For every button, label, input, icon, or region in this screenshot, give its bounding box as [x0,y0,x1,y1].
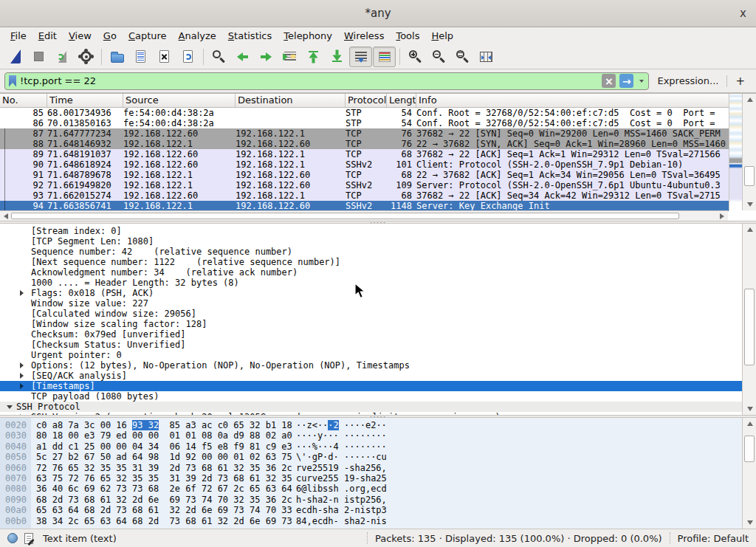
go-first-packet-button[interactable] [302,47,325,67]
display-filter-box[interactable]: × → [4,72,649,90]
packet-list-vscrollbar[interactable] [742,94,756,210]
column-header-time[interactable]: Time [47,94,123,107]
hex-row[interactable]: 00505c 27 b2 67 50 ad 64 98 1d 92 00 00 … [0,452,756,462]
scroll-left-arrow[interactable] [1,211,11,221]
intelligent-scrollbar-minimap[interactable] [729,94,742,210]
detail-line[interactable]: Checksum: 0x79ed [unverified] [0,329,742,340]
detail-line[interactable]: [Timestamps] [0,381,742,391]
hex-row[interactable]: 006072 76 65 32 35 35 31 39 2d 73 68 61 … [0,463,756,473]
scroll-thumb[interactable] [744,289,755,365]
scroll-down-arrow[interactable] [743,404,756,414]
detail-line[interactable]: SSH Protocol [0,402,742,412]
hex-row[interactable]: 00a065 63 64 68 2d 73 68 61 32 2d 6e 69 … [0,505,756,515]
go-last-packet-button[interactable] [326,47,348,67]
hex-row[interactable]: 009068 2d 73 68 61 32 2d 6e 69 73 74 70 … [0,495,756,505]
add-filter-button[interactable]: + [730,75,752,88]
profile-label[interactable]: Profile: Default [678,533,749,544]
hex-bytes[interactable]: a1 dd c1 25 00 00 04 34 06 14 f5 e8 f9 8… [31,441,296,452]
hex-bytes[interactable]: 63 75 72 76 65 32 35 35 31 39 2d 73 68 6… [31,473,296,484]
menu-wireless[interactable]: Wireless [338,30,390,42]
hex-row[interactable]: 003080 18 00 e3 79 ed 00 00 01 01 08 0a … [0,430,756,441]
hex-row[interactable]: 007063 75 72 76 65 32 35 35 31 39 2d 73 … [0,473,756,484]
open-file-button[interactable] [106,47,128,67]
menu-statistics[interactable]: Statistics [222,30,278,42]
detail-line[interactable]: [SEQ/ACK analysis] [0,371,742,381]
detail-line[interactable]: Flags: 0x018 (PSH, ACK) [0,288,742,298]
hex-vscrollbar[interactable] [742,418,756,529]
detail-line[interactable]: [Calculated window size: 29056] [0,309,742,319]
display-filter-input[interactable] [20,75,598,86]
hex-ascii[interactable]: curve255 19-sha25 [296,473,387,484]
resize-columns-button[interactable] [475,47,498,67]
hex-ascii[interactable]: ecdh-sha 2-nistp3 [296,505,387,515]
zoom-reset-button[interactable] [451,47,474,67]
detail-line[interactable]: [Checksum Status: Unverified] [0,340,742,350]
zoom-in-button[interactable] [404,47,427,67]
expert-info-icon[interactable] [7,533,18,543]
column-header-source[interactable]: Source [123,94,236,107]
hex-bytes[interactable]: 5c 27 b2 67 50 ad 64 98 1d 92 00 00 01 0… [31,452,296,462]
scroll-right-arrow[interactable] [717,211,727,221]
scroll-thumb[interactable] [744,436,755,462]
packet-row[interactable]: 9371.662015274192.168.122.60192.168.122.… [0,190,729,201]
column-header-destination[interactable]: Destination [236,94,346,107]
auto-scroll-toggle[interactable] [349,47,372,67]
menu-telephony[interactable]: Telephony [278,30,338,42]
find-packet-button[interactable] [207,47,230,67]
detail-line[interactable]: Urgent pointer: 0 [0,350,742,360]
hex-ascii[interactable]: ····y··· ········ [296,430,387,441]
detail-line[interactable]: Sequence number: 42 (relative sequence n… [0,247,742,257]
scroll-down-arrow[interactable] [743,199,756,210]
menu-go[interactable]: Go [97,30,123,42]
detail-line[interactable]: [Stream index: 0] [0,226,742,236]
expander-open-icon[interactable] [7,405,13,409]
detail-line[interactable]: Window size value: 227 [0,298,742,309]
scroll-thumb[interactable] [744,166,755,186]
hex-bytes[interactable]: c0 a8 7a 3c 00 16 93 32 85 a3 ac c0 65 3… [31,420,296,430]
detail-line[interactable]: [Window size scaling factor: 128] [0,319,742,329]
close-button[interactable]: x [740,0,746,27]
column-header-protocol[interactable]: Protocol [346,94,387,107]
packet-row[interactable]: 9271.661949820192.168.122.1192.168.122.6… [0,180,729,190]
hex-bytes[interactable]: 68 2d 73 68 61 32 2d 6e 69 73 74 70 32 3… [31,495,296,505]
zoom-out-button[interactable] [427,47,450,67]
capture-options-button[interactable] [75,47,97,67]
scroll-up-arrow[interactable] [743,94,756,105]
hex-ascii[interactable]: 6@libssh .org,ecd [296,484,387,494]
expander-closed-icon[interactable] [20,373,24,379]
capture-comment-icon[interactable] [24,533,33,544]
packet-row[interactable]: 9471.663856741192.168.122.1192.168.122.6… [0,201,729,211]
hex-ascii[interactable]: ··z<···2 ····e2·· [296,420,387,430]
ascii-selected-bytes[interactable]: ·2 [328,420,338,430]
scroll-thumb[interactable] [11,213,679,219]
hex-bytes[interactable]: 80 18 00 e3 79 ed 00 00 01 01 08 0a d9 8… [31,430,296,441]
scroll-up-arrow[interactable] [743,419,756,429]
detail-line[interactable]: [Next sequence number: 1122 (relative se… [0,257,742,267]
restart-capture-button[interactable] [51,47,74,67]
column-header-info[interactable]: Info [416,94,729,107]
detail-line[interactable]: 1000 .... = Header Length: 32 bytes (8) [0,278,742,288]
menu-edit[interactable]: Edit [32,30,63,42]
apply-filter-button[interactable]: → [619,74,633,88]
packet-row[interactable]: 9171.648789678192.168.122.1192.168.122.6… [0,170,729,180]
hex-bytes[interactable]: 72 76 65 32 35 35 31 39 2d 73 68 61 32 3… [31,463,296,473]
expander-closed-icon[interactable] [20,290,24,296]
hex-row[interactable]: 00b038 34 2c 65 63 64 68 2d 73 68 61 32 … [0,516,756,526]
colorize-toggle[interactable] [373,47,396,67]
hex-row[interactable]: 008036 40 6c 69 62 73 73 68 2e 6f 72 67 … [0,484,756,494]
packet-row[interactable]: 8670.013850163fe:54:00:d4:38:2aSTP54Conf… [0,118,729,128]
menu-capture[interactable]: Capture [123,30,173,42]
menu-tools[interactable]: Tools [390,30,425,42]
save-file-button[interactable] [129,47,152,67]
hex-ascii[interactable]: h-sha2-n istp256, [296,495,387,505]
expander-closed-icon[interactable] [20,362,24,368]
packet-row[interactable]: 9071.648618924192.168.122.60192.168.122.… [0,159,729,170]
detail-line[interactable]: TCP payload (1080 bytes) [0,391,742,402]
reload-file-button[interactable] [176,47,199,67]
go-to-packet-button[interactable] [278,47,301,67]
detail-line[interactable]: Acknowledgment number: 34 (relative ack … [0,267,742,278]
filter-dropdown-caret[interactable] [639,80,644,83]
hex-bytes[interactable]: 65 63 64 68 2d 73 68 61 32 2d 6e 69 73 7… [31,505,296,515]
close-file-button[interactable] [153,47,176,67]
scroll-up-arrow[interactable] [743,224,756,235]
